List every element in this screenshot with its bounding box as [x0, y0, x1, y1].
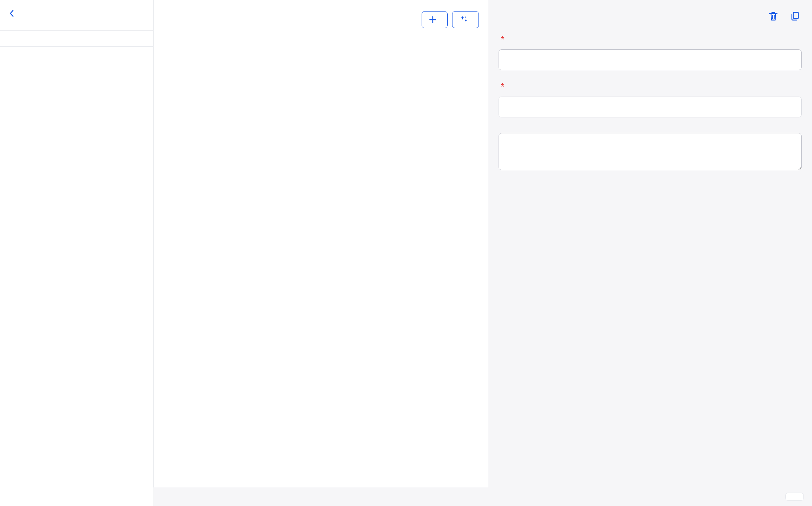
required-star: * — [501, 81, 505, 92]
main-actions — [422, 11, 479, 28]
svg-rect-0 — [793, 12, 799, 18]
rulesets-header — [0, 31, 153, 47]
variations-intro — [162, 42, 479, 55]
name-input[interactable] — [499, 49, 802, 70]
main-header — [162, 11, 479, 28]
sparkle-icon — [459, 15, 468, 24]
variations-table — [162, 66, 479, 77]
back-link[interactable] — [8, 9, 16, 18]
chevron-left-icon — [8, 9, 16, 18]
copy-icon — [789, 11, 800, 22]
panel-actions — [767, 10, 802, 23]
save-button[interactable] — [785, 493, 804, 501]
brainstorm-button[interactable] — [452, 11, 479, 28]
sidebar-header — [0, 5, 153, 20]
name-label: * — [499, 34, 802, 45]
field-name: * — [499, 34, 802, 70]
main-panel — [154, 0, 488, 487]
key-input — [499, 97, 802, 117]
field-key: * — [499, 81, 802, 117]
variations-table-header — [162, 66, 479, 77]
sidebar — [0, 0, 154, 487]
app-root: * * — [0, 0, 812, 506]
required-star: * — [501, 34, 505, 45]
plus-icon — [429, 16, 437, 24]
trash-icon — [768, 11, 779, 22]
delete-variation-button[interactable] — [767, 10, 780, 23]
revert-button[interactable] — [768, 493, 779, 500]
panel-header — [499, 10, 802, 23]
key-label: * — [499, 81, 802, 92]
configure-variation-panel: * * — [488, 0, 812, 487]
flag-setup-header — [0, 47, 153, 64]
footer — [154, 487, 812, 506]
duplicate-variation-button[interactable] — [788, 10, 802, 23]
field-description — [499, 129, 802, 170]
description-input[interactable] — [499, 133, 802, 170]
add-variations-button[interactable] — [422, 11, 448, 28]
